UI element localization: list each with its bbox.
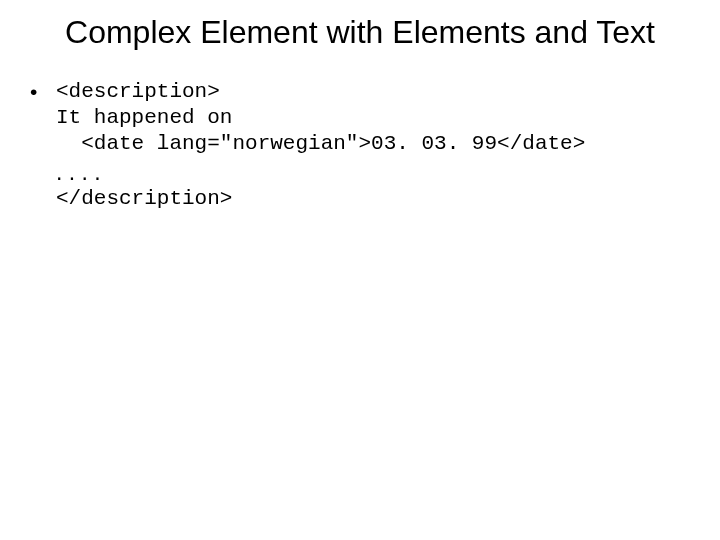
code-line-3: <date lang="norwegian">03. 03. 99</date> — [56, 131, 690, 157]
bullet-item: • <description> It happened on <date lan… — [30, 79, 690, 213]
slide: Complex Element with Elements and Text •… — [0, 0, 720, 540]
slide-title: Complex Element with Elements and Text — [30, 14, 690, 51]
code-line-1: <description> — [56, 79, 690, 105]
bullet-content: <description> It happened on <date lang=… — [56, 79, 690, 213]
bullet-icon: • — [30, 79, 56, 104]
code-line-2: It happened on — [56, 105, 690, 131]
code-line-5: </description> — [56, 186, 690, 212]
code-ellipsis: . . . . — [56, 158, 690, 187]
slide-body: • <description> It happened on <date lan… — [30, 79, 690, 213]
